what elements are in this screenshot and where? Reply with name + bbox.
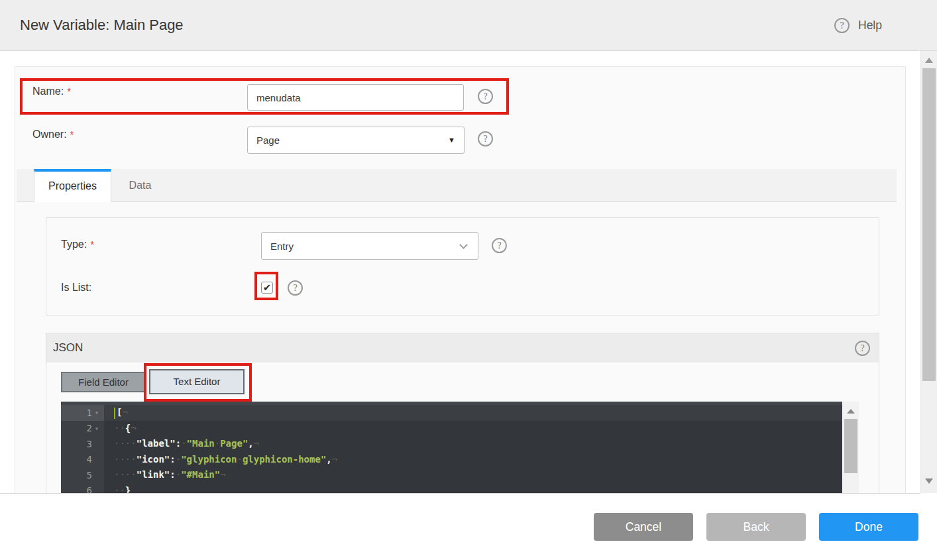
code-string-token: "glyphicon — [181, 454, 237, 465]
json-section: JSON ? Field Editor Text Editor 1▾2▾3▾4▾… — [46, 333, 879, 494]
question-mark-glyph: ? — [497, 241, 501, 251]
type-label-text: Type: — [61, 239, 87, 250]
owner-label-text: Owner: — [32, 129, 67, 140]
type-chevron-down-icon — [459, 241, 468, 249]
owner-label: Owner:* — [32, 128, 74, 141]
dialog-header: New Variable: Main Page ? Help — [0, 0, 937, 51]
code-line: ····"link":·"#Main"¬ — [61, 467, 842, 483]
whitespace-marker: ···· — [114, 438, 137, 449]
type-label: Type:* — [61, 238, 94, 251]
code-token: "label": — [137, 438, 181, 449]
islist-label-text: Is List: — [61, 282, 91, 293]
name-label-text: Name: — [32, 85, 64, 97]
properties-panel: Type:* Entry ? Is List: ✔ ? — [46, 217, 879, 315]
whitespace-marker: ¬ — [332, 454, 337, 465]
json-title: JSON — [53, 333, 83, 363]
type-select[interactable]: Entry — [261, 232, 478, 260]
json-section-header: JSON — [46, 333, 879, 363]
whitespace-marker: · — [237, 454, 242, 465]
code-token: , — [248, 438, 253, 449]
dialog-footer: Cancel Back Done — [0, 494, 937, 560]
code-line: ··} — [61, 483, 842, 494]
whitespace-marker: ¬ — [122, 407, 127, 418]
new-variable-dialog: New Variable: Main Page ? Help Name:* ? … — [0, 0, 937, 560]
question-mark-glyph: ? — [483, 91, 487, 102]
page-scrollbar[interactable] — [920, 51, 937, 493]
name-help-icon[interactable]: ? — [478, 89, 493, 104]
code-token: , — [326, 454, 331, 465]
done-button[interactable]: Done — [819, 513, 918, 541]
whitespace-marker: · — [181, 438, 186, 449]
code-line: ····"label":·"Main·Page",¬ — [61, 436, 842, 452]
whitespace-marker: · — [176, 454, 181, 465]
code-line: [¬ — [61, 405, 842, 421]
whitespace-marker: ¬ — [131, 423, 136, 433]
question-mark-glyph: ? — [840, 21, 844, 31]
name-label: Name:* — [32, 85, 71, 98]
code-token: "link": — [137, 469, 176, 480]
text-editor-button[interactable]: Text Editor — [149, 369, 245, 394]
editor-scroll-up-icon[interactable] — [847, 409, 855, 414]
required-asterisk: * — [67, 85, 71, 97]
owner-select-value: Page — [256, 127, 280, 153]
help-button[interactable]: ? Help — [834, 18, 882, 33]
required-asterisk: * — [90, 239, 94, 250]
name-input[interactable] — [247, 84, 464, 111]
checkmark-icon: ✔ — [263, 282, 272, 292]
islist-checkbox[interactable]: ✔ — [261, 282, 273, 294]
dialog-body-card: Name:* ? Owner:* Page ▼ ? Properties Dat… — [15, 66, 906, 494]
json-code-editor[interactable]: 1▾2▾3▾4▾5▾6▾ [¬··{¬····"label":·"Main·Pa… — [61, 402, 842, 494]
page-title: New Variable: Main Page — [20, 0, 184, 50]
help-label: Help — [858, 19, 882, 32]
type-help-icon[interactable]: ? — [492, 238, 507, 253]
whitespace-marker: ¬ — [254, 438, 259, 449]
question-mark-glyph: ? — [483, 134, 487, 144]
code-line: ··{¬ — [61, 421, 842, 437]
code-token: } — [125, 485, 131, 494]
whitespace-marker: ·· — [114, 423, 125, 433]
editor-scrollbar-thumb[interactable] — [844, 419, 857, 473]
required-asterisk: * — [70, 129, 74, 140]
islist-help-icon[interactable]: ? — [288, 280, 303, 296]
code-line: ····"icon":·"glyphicon·glyphicon-home",¬ — [61, 452, 842, 468]
code-string-token: "#Main" — [181, 469, 220, 480]
code-token: "icon": — [137, 454, 176, 465]
code-string-token: "Main — [187, 438, 215, 449]
whitespace-marker: · — [215, 438, 220, 449]
page-scrollbar-thumb[interactable] — [922, 68, 936, 381]
owner-select[interactable]: Page ▼ — [247, 127, 465, 154]
scrollbar-down-icon[interactable] — [925, 478, 933, 484]
scrollbar-up-icon[interactable] — [925, 58, 933, 63]
whitespace-marker: ···· — [114, 454, 137, 465]
owner-dropdown-arrow-icon: ▼ — [448, 136, 455, 144]
question-mark-glyph: ? — [860, 343, 864, 354]
editor-scrollbar[interactable] — [843, 402, 859, 494]
islist-label: Is List: — [61, 281, 91, 294]
question-mark-glyph: ? — [293, 283, 297, 294]
json-help-icon[interactable]: ? — [855, 341, 870, 356]
whitespace-marker: · — [176, 469, 181, 480]
tab-properties[interactable]: Properties — [34, 169, 111, 202]
whitespace-marker: ···· — [114, 469, 137, 480]
code-string-token: glyphicon-home" — [243, 454, 326, 465]
code-string-token: Page" — [220, 438, 248, 449]
help-icon: ? — [834, 18, 850, 33]
whitespace-marker: ·· — [114, 485, 125, 494]
field-editor-button[interactable]: Field Editor — [61, 372, 146, 392]
text-cursor — [114, 408, 115, 419]
owner-help-icon[interactable]: ? — [478, 131, 493, 146]
tab-bar: Properties Data — [17, 169, 897, 202]
whitespace-marker: ¬ — [220, 469, 225, 480]
back-button[interactable]: Back — [706, 513, 806, 541]
type-select-value: Entry — [270, 233, 294, 259]
tab-data[interactable]: Data — [111, 169, 169, 202]
editor-code-lines: [¬··{¬····"label":·"Main·Page",¬····"ico… — [61, 405, 842, 494]
cancel-button[interactable]: Cancel — [594, 513, 693, 541]
